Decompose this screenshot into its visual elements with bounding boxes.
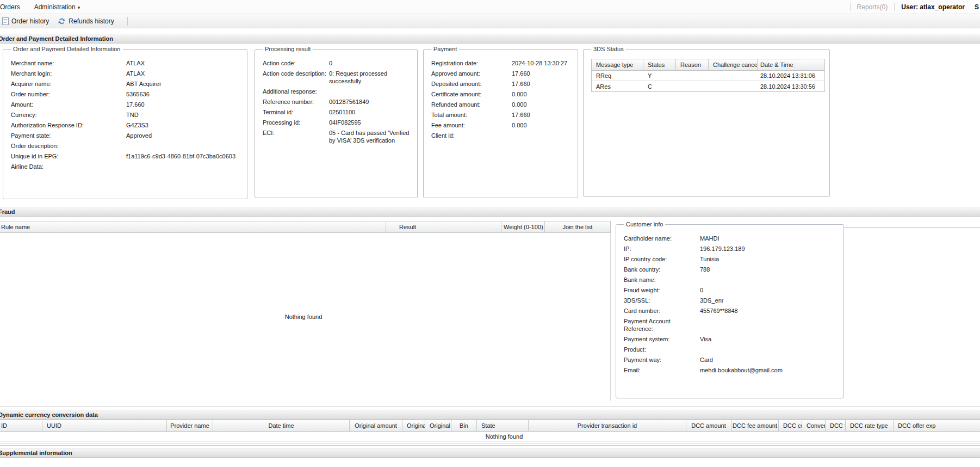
field-value bbox=[126, 142, 243, 150]
order-detail-panel: Order and Payment Detailed Information M… bbox=[3, 46, 247, 199]
field-row: Acquirer name:ABT Acquirer bbox=[11, 80, 243, 88]
separator bbox=[127, 17, 128, 26]
field-row: Payment state:Approved bbox=[11, 132, 243, 139]
field-value bbox=[700, 346, 839, 353]
field-row: Terminal id:02501100 bbox=[263, 108, 413, 116]
field-value: 001287561849 bbox=[329, 98, 413, 106]
refunds-history-button[interactable]: Refunds history bbox=[57, 16, 118, 27]
field-row: Cardholder name:MAHDI bbox=[624, 235, 839, 242]
signout-link-truncated[interactable]: S bbox=[975, 3, 979, 11]
field-value bbox=[126, 163, 243, 170]
field-value: mehdi.boukabbout@gmail.com bbox=[700, 366, 839, 374]
column-header-dcc-fee: DCC fee bbox=[826, 420, 846, 431]
field-value: 0.000 bbox=[512, 101, 573, 108]
field-value: 196.179.123.189 bbox=[700, 245, 839, 253]
menu-item-administration[interactable]: Administration▾ bbox=[33, 1, 86, 13]
column-header-join-list: Join the list bbox=[545, 222, 611, 232]
field-label: Payment state: bbox=[11, 132, 126, 139]
field-row: Additional response: bbox=[263, 88, 413, 95]
column-header-bin: Bin bbox=[451, 420, 477, 431]
payment-panel-legend: Payment bbox=[431, 46, 459, 52]
field-label: Currency: bbox=[11, 111, 126, 119]
reports-link[interactable]: Reports(0) bbox=[857, 3, 888, 11]
user-label: User: atlax_operator bbox=[901, 3, 965, 11]
field-value: 0.000 bbox=[512, 90, 573, 98]
empty-state-text: Nothing found bbox=[285, 314, 322, 320]
field-label: Total amount: bbox=[431, 111, 512, 119]
field-row: Total amount:17.660 bbox=[431, 111, 573, 119]
column-header-rule-name: Rule name bbox=[0, 222, 386, 232]
dcc-table: ID UUID Provider name Date time Original… bbox=[0, 420, 980, 441]
processing-panel-legend: Processing result bbox=[263, 46, 313, 52]
column-header-id: ID bbox=[0, 420, 42, 431]
column-header-dcc-currency: DCC curr bbox=[779, 420, 802, 431]
empty-state-text: Nothing found bbox=[486, 433, 523, 440]
field-value: TND bbox=[126, 111, 243, 119]
field-value: Visa bbox=[700, 335, 839, 343]
field-row: Action code:0 bbox=[263, 59, 413, 67]
field-label: Terminal id: bbox=[263, 108, 329, 116]
tds-panel-legend: 3DS Status bbox=[591, 46, 626, 52]
field-label: Registration date: bbox=[431, 59, 512, 67]
column-header-provider-name: Provider name bbox=[167, 420, 213, 431]
column-header-dcc-offer-exp: DCC offer exp bbox=[894, 420, 980, 431]
chevron-down-icon: ▾ bbox=[78, 5, 80, 10]
field-value: 5365636 bbox=[126, 90, 243, 98]
field-value: ATLAX bbox=[126, 70, 243, 77]
field-value: 17.660 bbox=[512, 80, 573, 88]
table-row[interactable]: RReq Y 28.10.2024 13:31:06 bbox=[592, 71, 824, 81]
cell-challenge-cancel bbox=[709, 71, 758, 81]
field-label: 3DS/SSL: bbox=[624, 297, 700, 304]
detail-panels-row: Order and Payment Detailed Information M… bbox=[0, 44, 980, 199]
field-value: ABT Acquirer bbox=[126, 80, 243, 88]
field-value bbox=[512, 132, 573, 139]
field-label: Fraud weight: bbox=[624, 286, 700, 294]
field-value: 17.660 bbox=[126, 101, 243, 108]
field-row: Fee amount:0.000 bbox=[431, 121, 573, 129]
page: Orders Administration▾ Reports(0) User: … bbox=[0, 0, 980, 458]
column-header-result: Result bbox=[386, 222, 501, 232]
processing-result-panel: Processing result Action code:0 Action c… bbox=[255, 46, 418, 198]
field-row: Order number:5365636 bbox=[11, 90, 243, 98]
field-label: Bank country: bbox=[624, 266, 700, 273]
menu-bar-right: Reports(0) User: atlax_operator S bbox=[843, 3, 980, 11]
field-value bbox=[700, 276, 839, 284]
table-row[interactable]: ARes C 28.10.2024 13:30:56 bbox=[592, 81, 824, 91]
field-label: Email: bbox=[624, 366, 700, 374]
field-value: 788 bbox=[700, 266, 839, 273]
field-label: Certificate amount: bbox=[431, 90, 512, 98]
column-header-provider-transaction-id: Provider transaction id bbox=[529, 420, 686, 431]
field-row: Order description: bbox=[11, 142, 243, 150]
column-header-date-time: Date time bbox=[213, 420, 350, 431]
field-value: ATLAX bbox=[126, 59, 243, 67]
cell-date-time: 28.10.2024 13:31:06 bbox=[758, 71, 824, 81]
dcc-empty-row: Nothing found bbox=[0, 432, 980, 441]
field-row: Merchant login:ATLAX bbox=[11, 70, 243, 77]
cell-status: C bbox=[643, 81, 676, 91]
field-value: 04IF082595 bbox=[329, 119, 413, 126]
fraud-section: Rule name Result Weight (0-100) Join the… bbox=[0, 217, 980, 405]
order-history-button[interactable]: Order history bbox=[1, 16, 53, 27]
field-label: ECI: bbox=[263, 129, 329, 144]
field-row: Payment way:Card bbox=[624, 356, 839, 364]
field-value: 2024-10-28 13:30:27 bbox=[512, 59, 573, 67]
field-value: MAHDI bbox=[700, 235, 839, 242]
field-row: Approved amount:17.660 bbox=[431, 70, 573, 77]
field-value bbox=[700, 317, 839, 333]
tds-status-table: Message type Status Reason Challenge can… bbox=[591, 59, 825, 92]
field-row: Bank country:788 bbox=[624, 266, 839, 273]
section-header-supplemental: Supplemental information bbox=[0, 448, 980, 458]
field-value: 02501100 bbox=[329, 108, 413, 116]
dcc-table-header: ID UUID Provider name Date time Original… bbox=[0, 420, 980, 432]
column-header: Challenge cancel bbox=[709, 59, 758, 70]
cell-challenge-cancel bbox=[709, 81, 758, 91]
section-header-dcc: Dynamic currency conversion data bbox=[0, 410, 980, 420]
menu-item-orders[interactable]: Orders bbox=[0, 1, 26, 13]
field-row: ECI:05 - Card has passed ‘Verified by VI… bbox=[263, 129, 413, 144]
field-row: Payment Account Reference: bbox=[624, 317, 839, 333]
toolbar: Order history Refunds history bbox=[0, 14, 980, 28]
field-row: Payment system:Visa bbox=[624, 335, 839, 343]
field-row: Registration date:2024-10-28 13:30:27 bbox=[431, 59, 573, 67]
field-label: IP: bbox=[624, 245, 700, 253]
field-label: Additional response: bbox=[263, 88, 329, 95]
